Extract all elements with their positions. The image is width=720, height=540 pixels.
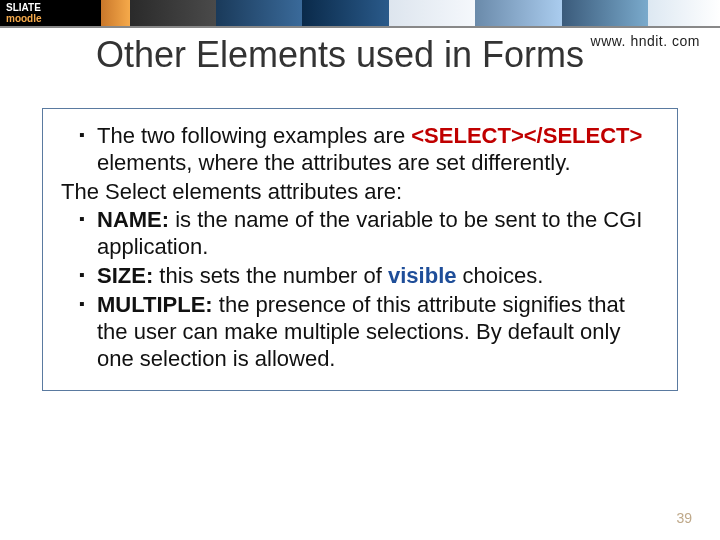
attr-size-visible: visible bbox=[388, 263, 456, 288]
bullet-list-2: NAME: is the name of the variable to be … bbox=[61, 207, 659, 372]
logo-word: moodle bbox=[6, 13, 42, 24]
intro-line: The Select elements attributes are: bbox=[61, 179, 659, 206]
header-banner: SLIATE moodle bbox=[0, 0, 720, 28]
bullet-multiple: MULTIPLE: the presence of this attribute… bbox=[79, 292, 659, 372]
attr-size-text-b: choices. bbox=[457, 263, 544, 288]
attr-multiple-label: MULTIPLE: bbox=[97, 292, 213, 317]
site-url: www. hndit. com bbox=[591, 33, 700, 49]
bullet-name: NAME: is the name of the variable to be … bbox=[79, 207, 659, 261]
logo-prefix: SLIATE bbox=[6, 2, 41, 13]
attr-name-text: is the name of the variable to be sent t… bbox=[97, 207, 642, 259]
bullet-list: The two following examples are <SELECT><… bbox=[61, 123, 659, 177]
attr-size-text-a: this sets the number of bbox=[153, 263, 388, 288]
attr-size-label: SIZE: bbox=[97, 263, 153, 288]
attr-name-label: NAME: bbox=[97, 207, 169, 232]
bullet-1: The two following examples are <SELECT><… bbox=[79, 123, 659, 177]
bullet-1-text-b: elements, where the attributes are set d… bbox=[97, 150, 571, 175]
content-box: The two following examples are <SELECT><… bbox=[42, 108, 678, 391]
slide-number: 39 bbox=[676, 510, 692, 526]
select-code: <SELECT></SELECT> bbox=[411, 123, 642, 148]
bullet-1-text-a: The two following examples are bbox=[97, 123, 411, 148]
site-logo: SLIATE moodle bbox=[6, 2, 42, 24]
bullet-size: SIZE: this sets the number of visible ch… bbox=[79, 263, 659, 290]
